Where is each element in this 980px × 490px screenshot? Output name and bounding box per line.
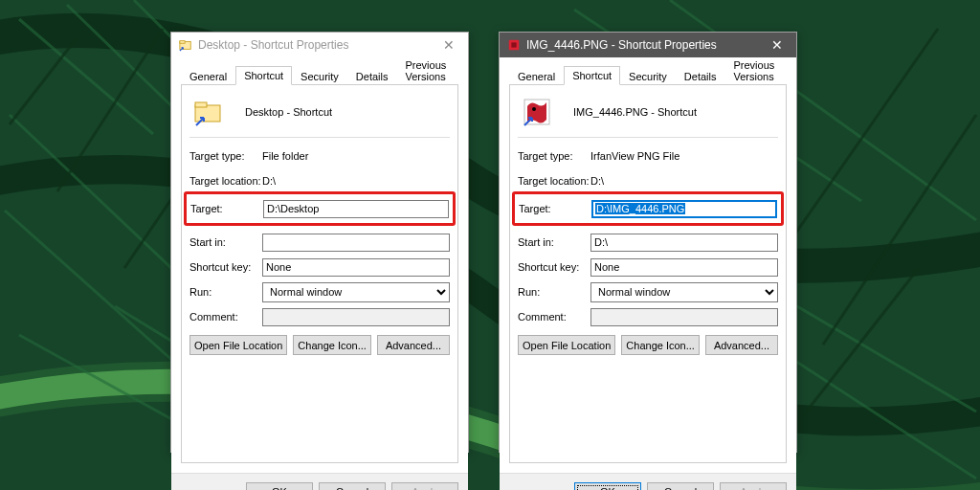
label-target-location: Target location: [518,175,590,187]
tab-shortcut[interactable]: Shortcut [235,66,292,85]
properties-window-img: IMG_4446.PNG - Shortcut Properties ✕ Gen… [499,32,797,453]
label-comment: Comment: [189,311,262,323]
label-start-in: Start in: [518,236,590,248]
tab-previous-versions[interactable]: Previous Versions [724,56,787,85]
window-title: Desktop - Shortcut Properties [198,38,430,52]
start-in-input[interactable] [590,234,778,252]
close-icon[interactable]: ✕ [430,33,468,57]
shortcut-key-input[interactable] [590,258,778,277]
ok-button[interactable]: OK [246,482,313,491]
target-highlight: Target: [184,191,456,226]
change-icon-button[interactable]: Change Icon... [293,335,371,355]
close-icon[interactable]: ✕ [758,33,796,57]
svg-point-8 [532,107,536,111]
window-body: General Shortcut Security Details Previo… [500,57,796,473]
tab-details[interactable]: Details [347,67,397,85]
irfanview-icon [507,38,521,52]
svg-rect-3 [195,105,220,122]
svg-rect-2 [180,41,185,44]
tab-strip: General Shortcut Security Details Previo… [509,63,787,85]
folder-shortcut-icon [179,38,192,52]
tab-strip: General Shortcut Security Details Previo… [181,63,458,85]
label-target-location: Target location: [189,175,262,187]
label-run: Run: [189,286,262,298]
shortcut-panel: IMG_4446.PNG - Shortcut Target type:Irfa… [509,85,787,463]
label-target: Target: [519,203,591,214]
svg-rect-6 [511,42,516,47]
tab-shortcut[interactable]: Shortcut [564,66,620,85]
value-target-location: D:\ [262,175,276,187]
value-target-location: D:\ [590,175,604,187]
open-file-location-button[interactable]: Open File Location [518,335,615,355]
open-file-location-button[interactable]: Open File Location [189,335,287,355]
apply-button[interactable]: Apply [720,482,787,491]
comment-input[interactable] [262,308,450,326]
target-input[interactable] [263,200,449,218]
label-comment: Comment: [518,311,590,323]
irfanview-png-icon [522,97,552,127]
label-shortcut-key: Shortcut key: [189,261,262,273]
target-input[interactable]: D:\IMG_4446.PNG [591,200,777,218]
shortcut-key-input[interactable] [262,258,450,277]
svg-rect-4 [195,102,207,107]
tab-general[interactable]: General [181,67,235,85]
wallpaper-leaf [0,0,980,490]
folder-icon [193,97,224,127]
advanced-button[interactable]: Advanced... [705,335,778,355]
window-title: IMG_4446.PNG - Shortcut Properties [526,38,758,52]
tab-security[interactable]: Security [620,67,676,85]
label-start-in: Start in: [189,236,262,248]
target-input-text: D:\IMG_4446.PNG [595,203,685,214]
target-highlight: Target: D:\IMG_4446.PNG [512,191,784,226]
titlebar[interactable]: Desktop - Shortcut Properties ✕ [171,33,468,57]
desktop: Desktop - Shortcut Properties ✕ General … [0,0,980,490]
advanced-button[interactable]: Advanced... [377,335,450,355]
label-target-type: Target type: [189,150,262,162]
tab-previous-versions[interactable]: Previous Versions [396,56,458,85]
tab-general[interactable]: General [509,67,564,85]
ok-button[interactable]: OK [574,482,641,491]
shortcut-panel: Desktop - Shortcut Target type:File fold… [181,85,458,463]
value-target-type: IrfanView PNG File [590,150,679,162]
properties-window-desktop: Desktop - Shortcut Properties ✕ General … [170,32,469,453]
run-select[interactable]: Normal window [262,282,450,302]
cancel-button[interactable]: Cancel [647,482,714,491]
change-icon-button[interactable]: Change Icon... [621,335,700,355]
apply-button[interactable]: Apply [391,482,458,491]
item-name: Desktop - Shortcut [245,106,332,118]
titlebar[interactable]: IMG_4446.PNG - Shortcut Properties ✕ [500,33,796,57]
window-body: General Shortcut Security Details Previo… [171,57,468,473]
tab-details[interactable]: Details [676,67,725,85]
label-target-type: Target type: [518,150,590,162]
run-select[interactable]: Normal window [590,282,778,302]
value-target-type: File folder [262,150,308,162]
start-in-input[interactable] [262,234,450,252]
dialog-footer: OK Cancel Apply [500,473,796,490]
tab-security[interactable]: Security [292,67,347,85]
item-name: IMG_4446.PNG - Shortcut [573,106,697,118]
label-run: Run: [518,286,590,298]
dialog-footer: OK Cancel Apply [171,473,468,490]
cancel-button[interactable]: Cancel [319,482,386,491]
comment-input[interactable] [590,308,778,326]
label-target: Target: [190,203,263,214]
label-shortcut-key: Shortcut key: [518,261,590,273]
